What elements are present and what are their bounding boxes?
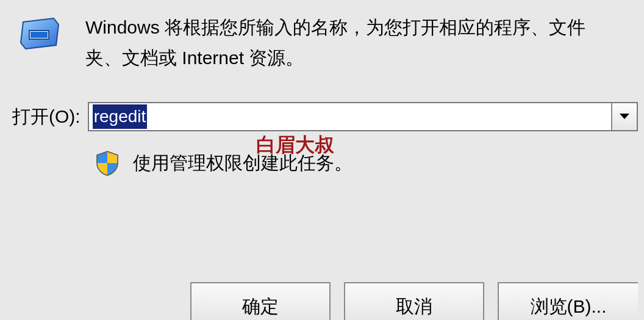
open-input-value: regedit [93, 104, 148, 129]
cancel-button[interactable]: 取消 [344, 282, 484, 320]
open-label: 打开(O): [12, 104, 80, 129]
dialog-description: Windows 将根据您所输入的名称，为您打开相应的程序、文件夹、文档或 Int… [85, 12, 620, 73]
uac-shield-icon [94, 150, 121, 176]
watermark-text: 白眉大叔 [256, 132, 334, 159]
open-combobox[interactable]: regedit [88, 102, 638, 131]
open-input[interactable]: regedit [89, 103, 611, 130]
svg-rect-1 [30, 32, 48, 38]
browse-button[interactable]: 浏览(B)... [498, 282, 638, 320]
chevron-down-icon [619, 113, 630, 120]
ok-button[interactable]: 确定 [190, 282, 331, 320]
dropdown-button[interactable] [611, 103, 637, 130]
run-dialog-icon [18, 17, 61, 51]
